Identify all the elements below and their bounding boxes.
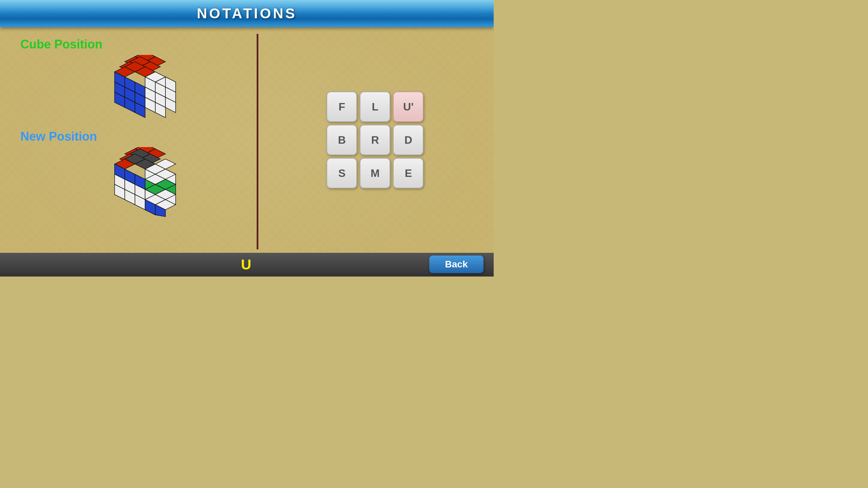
cube-position-svg	[104, 55, 179, 123]
notation-btn-uprime[interactable]: U'	[393, 92, 423, 122]
main-content: Cube Position	[0, 27, 494, 253]
footer: U Back	[0, 253, 494, 277]
current-notation-label: U	[241, 257, 253, 273]
page-title: NOTATIONS	[197, 5, 297, 22]
notation-btn-e[interactable]: E	[393, 158, 423, 188]
new-position-wrapper	[20, 147, 263, 218]
back-button[interactable]: Back	[429, 256, 484, 273]
new-position-svg	[104, 147, 179, 218]
notation-btn-l[interactable]: L	[360, 92, 390, 122]
left-panel: Cube Position	[14, 34, 270, 246]
cube-position-label: Cube Position	[20, 37, 263, 52]
cube-position-wrapper	[20, 55, 263, 123]
new-position-label: New Position	[20, 129, 263, 144]
notation-grid: FLU'BRDSME	[327, 92, 423, 188]
header-bar: NOTATIONS	[0, 0, 494, 27]
notation-btn-r[interactable]: R	[360, 125, 390, 155]
cube-left-face	[115, 72, 145, 118]
notation-btn-f[interactable]: F	[327, 92, 357, 122]
vertical-divider	[257, 34, 258, 249]
notation-btn-b[interactable]: B	[327, 125, 357, 155]
right-panel: FLU'BRDSME	[270, 34, 480, 246]
notation-btn-s[interactable]: S	[327, 158, 357, 188]
cube2-left-face	[115, 164, 145, 210]
notation-btn-d[interactable]: D	[393, 125, 423, 155]
notation-btn-m[interactable]: M	[360, 158, 390, 188]
cube2-right-face	[145, 159, 176, 217]
cube-right-face	[145, 72, 176, 118]
